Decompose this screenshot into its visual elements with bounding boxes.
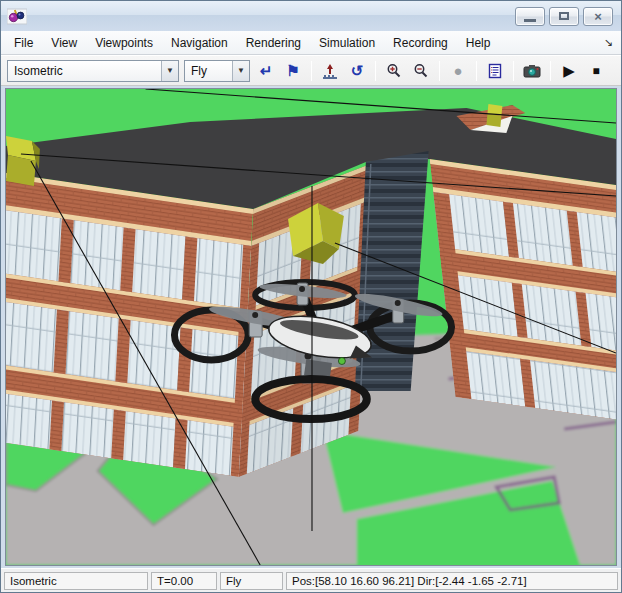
create-viewpoint-button[interactable]: ⚑ — [282, 60, 304, 82]
menu-recording[interactable]: Recording — [384, 33, 457, 53]
flag-icon: ⚑ — [286, 62, 299, 80]
return-arrow-icon: ↵ — [260, 62, 273, 80]
chevron-down-icon[interactable]: ▼ — [161, 61, 178, 81]
status-viewpoint: Isometric — [4, 572, 148, 590]
straighten-up-icon — [322, 63, 338, 79]
maximize-button[interactable] — [549, 7, 579, 26]
record-icon: ● — [453, 62, 462, 79]
window-controls: × — [515, 7, 615, 26]
chevron-down-icon[interactable]: ▼ — [232, 61, 249, 81]
stop-icon: ■ — [592, 64, 599, 78]
navigation-mode-dropdown-value: Fly — [191, 64, 207, 78]
status-nav-mode: Fly — [220, 572, 283, 590]
zoom-in-button[interactable] — [383, 60, 405, 82]
recording-parameters-button[interactable] — [484, 60, 506, 82]
camera-icon — [523, 63, 541, 79]
minimize-button[interactable] — [515, 7, 545, 26]
waypoint-cube-roof — [486, 104, 502, 127]
toolbar-separator — [513, 61, 514, 81]
status-sim-time: T=0.00 — [151, 572, 217, 590]
drone-camera-lens — [338, 358, 345, 365]
3d-scene — [6, 89, 616, 565]
menu-file[interactable]: File — [5, 33, 42, 53]
toolbar-separator — [550, 61, 551, 81]
viewport-frame — [1, 86, 621, 568]
menu-help[interactable]: Help — [457, 33, 500, 53]
start-simulation-button[interactable]: ▶ — [558, 60, 580, 82]
play-icon: ▶ — [563, 62, 575, 80]
menu-simulation[interactable]: Simulation — [310, 33, 384, 53]
viewpoint-dropdown[interactable]: Isometric ▼ — [7, 60, 179, 82]
menu-viewpoints[interactable]: Viewpoints — [86, 33, 162, 53]
close-icon: × — [594, 10, 602, 23]
navigation-mode-dropdown[interactable]: Fly ▼ — [184, 60, 250, 82]
toolbar: Isometric ▼ Fly ▼ ↵ ⚑ ↺ — [1, 55, 621, 86]
status-position-text: Pos:[58.10 16.60 96.21] Dir:[-2.44 -1.65… — [292, 575, 527, 587]
toolbar-separator — [439, 61, 440, 81]
menu-bar: File View Viewpoints Navigation Renderin… — [1, 31, 621, 55]
building-left-face — [6, 173, 253, 477]
menu-rendering[interactable]: Rendering — [237, 33, 310, 53]
close-button[interactable]: × — [583, 7, 613, 26]
status-bar: Isometric T=0.00 Fly Pos:[58.10 16.60 96… — [1, 568, 621, 592]
record-button[interactable]: ● — [447, 60, 469, 82]
simulink-3d-animation-window: × File View Viewpoints Navigation Render… — [0, 0, 622, 593]
return-to-viewpoint-button[interactable]: ↵ — [255, 60, 277, 82]
zoom-in-icon — [386, 63, 402, 79]
maximize-icon — [559, 12, 569, 20]
undo-icon: ↺ — [351, 62, 364, 80]
minimize-icon — [524, 19, 536, 22]
3d-viewport[interactable] — [5, 88, 617, 566]
straighten-up-button[interactable] — [319, 60, 341, 82]
dock-arrow-icon[interactable]: ↘ — [604, 36, 617, 49]
menu-view[interactable]: View — [42, 33, 86, 53]
toolbar-separator — [375, 61, 376, 81]
zoom-out-icon — [413, 63, 429, 79]
vr-world-icon — [7, 7, 27, 25]
viewpoint-dropdown-value: Isometric — [14, 64, 63, 78]
toolbar-separator — [476, 61, 477, 81]
status-time-text: T=0.00 — [157, 575, 193, 587]
status-viewpoint-text: Isometric — [10, 575, 57, 587]
notepad-icon — [487, 63, 503, 79]
status-camera-position: Pos:[58.10 16.60 96.21] Dir:[-2.44 -1.65… — [286, 572, 618, 590]
toolbar-separator — [311, 61, 312, 81]
title-bar[interactable]: × — [1, 1, 621, 31]
zoom-out-button[interactable] — [410, 60, 432, 82]
stop-simulation-button[interactable]: ■ — [585, 60, 607, 82]
status-nav-text: Fly — [226, 575, 241, 587]
capture-frame-button[interactable] — [521, 60, 543, 82]
menu-navigation[interactable]: Navigation — [162, 33, 237, 53]
undo-move-button[interactable]: ↺ — [346, 60, 368, 82]
